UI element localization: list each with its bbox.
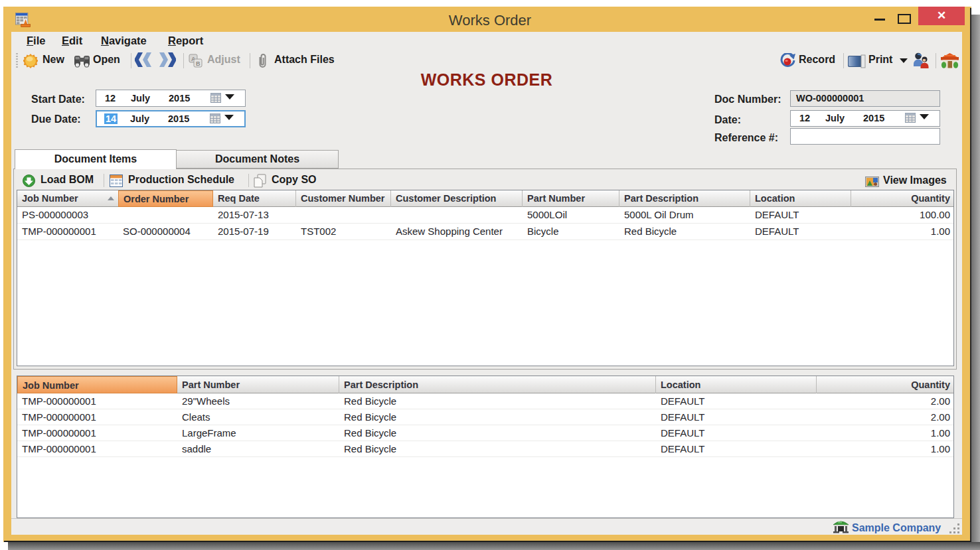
svg-text:B: B [196, 60, 201, 67]
